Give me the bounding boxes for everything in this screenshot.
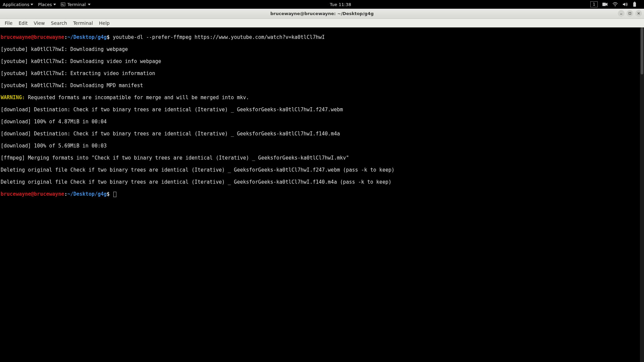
terminal-line: [download] 100% of 4.87MiB in 00:04 <box>1 119 639 125</box>
menu-help[interactable]: Help <box>96 20 112 26</box>
terminal-line: [youtube] ka0tlCl7hwI: Extracting video … <box>1 70 639 76</box>
applications-menu[interactable]: Applications <box>3 2 33 7</box>
svg-rect-7 <box>629 12 631 14</box>
active-app-label: Terminal <box>67 2 86 7</box>
menu-edit[interactable]: Edit <box>16 20 30 26</box>
prompt-dollar: $ <box>107 34 110 40</box>
svg-point-3 <box>614 5 615 6</box>
terminal-scrollbar[interactable] <box>640 27 644 362</box>
panel-clock[interactable]: Tue 11:38 <box>91 2 591 7</box>
menu-view[interactable]: View <box>31 20 48 26</box>
volume-icon[interactable] <box>623 2 628 7</box>
terminal-line: [youtube] ka0tlCl7hwI: Downloading webpa… <box>1 46 639 52</box>
svg-rect-0 <box>61 3 65 6</box>
menu-search[interactable]: Search <box>48 20 70 26</box>
terminal-line: [youtube] ka0tlCl7hwI: Downloading video… <box>1 58 639 64</box>
menu-file[interactable]: File <box>2 20 15 26</box>
terminal-line: Deleting original file Check if two bina… <box>1 167 639 173</box>
window-close-button[interactable] <box>635 10 642 17</box>
window-title: brucewayne@brucewayne: ~/Desktop/g4g <box>0 11 644 16</box>
terminal-viewport: brucewayne@brucewayne:~/Desktop/g4g$ you… <box>0 27 644 362</box>
terminal-line: [download] Destination: Check if two bin… <box>1 131 639 137</box>
warning-text: Requested formats are incompatible for m… <box>25 95 249 101</box>
places-menu[interactable]: Places <box>38 2 56 7</box>
warning-label: WARNING: <box>1 95 25 101</box>
terminal-output[interactable]: brucewayne@brucewayne:~/Desktop/g4g$ you… <box>0 27 640 362</box>
applications-menu-label: Applications <box>3 2 29 7</box>
terminal-icon <box>61 2 65 7</box>
prompt-path: ~/Desktop/g4g <box>67 191 107 197</box>
prompt-path: ~/Desktop/g4g <box>67 34 107 40</box>
prompt-user-host: brucewayne@brucewayne <box>1 34 64 40</box>
caret-down-icon <box>88 4 91 5</box>
scrollbar-thumb[interactable] <box>641 27 643 74</box>
window-titlebar[interactable]: brucewayne@brucewayne: ~/Desktop/g4g <box>0 9 644 19</box>
terminal-menubar: File Edit View Search Terminal Help <box>0 19 644 27</box>
svg-rect-5 <box>634 2 635 2</box>
terminal-line: [youtube] ka0tlCl7hwI: Downloading MPD m… <box>1 82 639 88</box>
prompt-colon: : <box>64 34 67 40</box>
prompt-colon: : <box>64 191 67 197</box>
minimize-icon <box>620 12 623 15</box>
battery-icon[interactable] <box>633 2 637 7</box>
terminal-line: Deleting original file Check if two bina… <box>1 179 639 185</box>
terminal-line: brucewayne@brucewayne:~/Desktop/g4g$ <box>1 191 639 197</box>
terminal-line: brucewayne@brucewayne:~/Desktop/g4g$ you… <box>1 34 639 40</box>
caret-down-icon <box>53 4 56 5</box>
prompt-dollar: $ <box>107 191 110 197</box>
svg-rect-4 <box>633 2 636 7</box>
menu-terminal[interactable]: Terminal <box>70 20 96 26</box>
terminal-line: [download] 100% of 5.69MiB in 00:03 <box>1 143 639 149</box>
svg-rect-2 <box>602 3 606 6</box>
prompt-user-host: brucewayne@brucewayne <box>1 191 64 197</box>
maximize-icon <box>628 12 632 15</box>
close-icon <box>637 12 640 15</box>
window-maximize-button[interactable] <box>627 10 633 17</box>
terminal-cursor <box>113 192 116 197</box>
window-minimize-button[interactable] <box>618 10 625 17</box>
terminal-line: [ffmpeg] Merging formats into "Check if … <box>1 155 639 161</box>
network-icon[interactable] <box>612 2 618 7</box>
caret-down-icon <box>31 4 33 5</box>
places-menu-label: Places <box>38 2 52 7</box>
terminal-line: [download] Destination: Check if two bin… <box>1 107 639 113</box>
recorder-icon[interactable] <box>602 2 608 7</box>
desktop-top-panel: Applications Places Terminal Tue 11:38 1 <box>0 0 644 9</box>
workspace-indicator[interactable]: 1 <box>590 1 598 7</box>
command-text: youtube-dl --prefer-ffmpeg https://www.y… <box>113 34 325 40</box>
terminal-line: WARNING: Requested formats are incompati… <box>1 95 639 101</box>
active-app-indicator[interactable]: Terminal <box>61 2 91 7</box>
